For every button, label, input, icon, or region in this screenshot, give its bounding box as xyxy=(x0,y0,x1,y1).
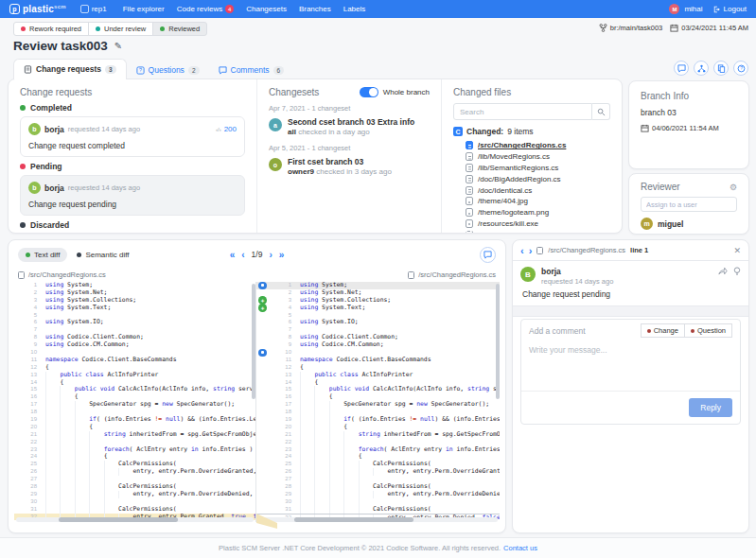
code-line[interactable]: 23foreach( AclEntry entry in info.Entrie… xyxy=(14,446,255,454)
code-line[interactable]: 14{ xyxy=(256,379,500,387)
assign-reviewer-input[interactable] xyxy=(641,197,737,212)
changed-category-badge[interactable]: C xyxy=(453,127,463,136)
nav-link-file-explorer[interactable]: File explorer xyxy=(123,5,165,13)
request-group-discarded[interactable]: Discarded xyxy=(20,220,245,230)
right-vertical-scrollbar[interactable] xyxy=(495,282,500,513)
nav-link-labels[interactable]: Labels xyxy=(343,5,366,13)
next-page-button[interactable]: › xyxy=(269,250,272,260)
code-line[interactable]: 29entry, entry.Perm.OverrideDenied, fals… xyxy=(14,491,255,498)
comments-round-button[interactable] xyxy=(674,61,689,76)
comment-message-input[interactable]: Write your message... xyxy=(521,338,740,391)
last-page-button[interactable]: » xyxy=(279,250,285,260)
code-line[interactable]: 5 xyxy=(256,312,500,320)
whole-branch-toggle[interactable] xyxy=(360,87,378,97)
code-line[interactable]: +4using System.Text; xyxy=(256,305,500,312)
close-icon[interactable]: ✕ xyxy=(733,246,741,255)
right-horizontal-scrollbar[interactable] xyxy=(258,517,498,522)
change-request-card[interactable]: bborjarequested 14 days agoChange reques… xyxy=(20,175,245,216)
code-line[interactable]: 1using System; xyxy=(14,282,255,289)
code-line[interactable]: 26entry, entry.Perm.OverrideGranted, fal… xyxy=(14,468,255,476)
file-item[interactable]: /resources/kill.exe xyxy=(466,218,610,230)
code-line[interactable]: 2using System.Net; xyxy=(256,289,500,297)
file-item[interactable]: /theme/404.jpg xyxy=(466,196,610,207)
code-line[interactable]: 11namespace Codice.Client.BaseCommands xyxy=(14,357,255,364)
comment-type-question[interactable]: Question xyxy=(684,323,732,338)
status-chip-rework-required[interactable]: Rework required xyxy=(13,22,89,36)
code-line[interactable]: 10 xyxy=(14,349,255,357)
code-line[interactable]: 9using Codice.CM.Common; xyxy=(14,341,255,349)
diff-mode-text-diff[interactable]: Text diff xyxy=(18,248,67,262)
contact-us-link[interactable]: Contact us xyxy=(503,544,537,552)
code-line[interactable]: 6using System.IO; xyxy=(14,319,255,326)
reply-button[interactable]: Reply xyxy=(689,398,732,417)
file-item[interactable]: /linked content xyxy=(466,229,610,233)
code-line[interactable]: 27 xyxy=(256,476,500,483)
share-icon[interactable] xyxy=(718,267,728,275)
nav-link-branches[interactable]: Branches xyxy=(299,5,331,13)
file-item[interactable]: /lib/MovedRegions.cs xyxy=(466,151,610,163)
comment-type-change[interactable]: Change xyxy=(641,323,685,338)
code-line[interactable]: 16{ xyxy=(14,393,255,401)
code-line[interactable]: 19if( (info.Entries != null) && (info.En… xyxy=(14,416,255,424)
code-line[interactable]: 20{ xyxy=(256,424,500,431)
code-line[interactable]: 3using System.Collections; xyxy=(14,297,255,305)
code-line[interactable]: 8using Codice.Client.Common; xyxy=(256,334,500,341)
code-line[interactable]: 17SpecGenerator spg = new SpecGenerator(… xyxy=(14,401,255,409)
line-ref-link[interactable]: ‹/›200 xyxy=(216,125,237,133)
code-line[interactable]: 18 xyxy=(256,409,500,416)
code-line[interactable]: 19if( (info.Entries != null) && (info.En… xyxy=(256,416,500,424)
code-line[interactable]: 26entry, entry.Perm.OverrideGranted, fal… xyxy=(256,468,500,476)
code-line[interactable]: 28CalcPermissions( xyxy=(256,483,500,491)
code-line[interactable]: 20{ xyxy=(14,424,255,431)
code-line[interactable]: 15public void CalcAclInfo(AclInfo info, … xyxy=(14,386,255,393)
edit-title-icon[interactable]: ✎ xyxy=(114,41,122,51)
code-line[interactable]: 23foreach( AclEntry entry in info.Entrie… xyxy=(256,446,500,454)
code-line[interactable]: 15public void CalcAclInfo(AclInfo info, … xyxy=(256,386,500,393)
diff-comment-button[interactable] xyxy=(480,247,496,263)
code-line[interactable]: 25CalcPermissions( xyxy=(256,461,500,468)
code-line[interactable]: 14{ xyxy=(14,379,255,387)
left-horizontal-scrollbar[interactable] xyxy=(16,517,254,522)
code-line[interactable]: 29entry, entry.Perm.OverrideDenied, fals… xyxy=(256,491,500,498)
request-group-completed[interactable]: Completed xyxy=(20,103,245,113)
tab-questions[interactable]: ?Questions2 xyxy=(127,61,209,79)
code-line[interactable]: 31CalcPermissions( xyxy=(14,506,255,514)
code-line[interactable]: 22 xyxy=(256,439,500,446)
logout-button[interactable]: Logout xyxy=(713,5,747,13)
code-line[interactable]: 21string inheritedFrom = spg.GetSpecFrom… xyxy=(14,431,255,439)
tab-comments[interactable]: Comments6 xyxy=(209,61,294,79)
status-chip-reviewed[interactable]: Reviewed xyxy=(152,22,207,36)
code-line[interactable]: 9using Codice.CM.Common; xyxy=(256,341,500,349)
code-line[interactable]: 27 xyxy=(14,476,255,483)
file-search-input[interactable] xyxy=(453,103,592,120)
gear-icon[interactable]: ⚙ xyxy=(730,183,737,192)
code-line[interactable]: 4using System.Text; xyxy=(14,305,255,312)
changeset-item[interactable]: aSecond cset branch 03 Extra infoall che… xyxy=(269,117,430,137)
prev-comment-button[interactable]: ‹ xyxy=(520,245,524,256)
nav-link-code-reviews[interactable]: Code reviews4 xyxy=(177,5,234,13)
code-line[interactable]: 12{ xyxy=(14,364,255,372)
user-avatar[interactable]: M xyxy=(669,4,679,14)
help-round-button[interactable]: ? xyxy=(733,61,748,76)
code-line[interactable]: 11namespace Codice.Client.BaseCommands xyxy=(256,357,500,364)
search-button[interactable] xyxy=(592,103,610,120)
code-line[interactable]: 12{ xyxy=(256,364,500,372)
docs-round-button[interactable] xyxy=(713,61,729,76)
left-vertical-scrollbar[interactable] xyxy=(251,282,255,513)
lightbulb-icon[interactable] xyxy=(733,267,741,276)
code-line[interactable]: 18 xyxy=(14,409,255,416)
code-line[interactable]: 21string inheritedFrom = spg.GetSpecFrom… xyxy=(256,431,500,439)
next-comment-button[interactable]: › xyxy=(529,245,533,256)
hierarchy-round-button[interactable] xyxy=(694,61,709,76)
code-line[interactable]: 6using System.IO; xyxy=(256,319,500,326)
code-line[interactable]: 16{ xyxy=(256,393,500,401)
status-chip-under-review[interactable]: Under review xyxy=(88,22,153,36)
file-item[interactable]: /theme/logoteam.png xyxy=(466,207,610,218)
code-line[interactable]: 8using Codice.Client.Common; xyxy=(14,334,255,341)
code-line[interactable]: 22 xyxy=(14,439,255,446)
code-line[interactable]: 30 xyxy=(14,498,255,506)
nav-link-changesets[interactable]: Changesets xyxy=(246,5,287,13)
request-group-pending[interactable]: Pending xyxy=(20,162,245,171)
changeset-item[interactable]: oFirst cset branch 03owner9 checked in 3… xyxy=(269,157,430,177)
file-item[interactable]: /lib/SemanticRegions.cs xyxy=(466,163,610,174)
